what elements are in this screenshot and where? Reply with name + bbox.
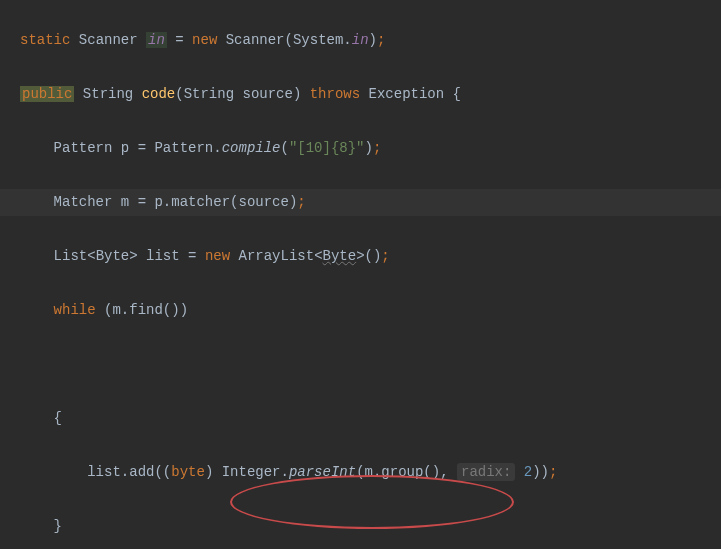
code-line-highlighted: Matcher m = p.matcher(source); [0,189,721,216]
param-hint-radix: radix: [457,463,515,481]
code-line: List<Byte> list = new ArrayList<Byte>(); [20,243,721,270]
code-line: list.add((byte) Integer.parseInt(m.group… [20,459,721,486]
code-line: { [20,405,721,432]
code-line: while (m.find()) [20,297,721,324]
code-line: public String code(String source) throws… [20,81,721,108]
code-line: static Scanner in = new Scanner(System.i… [20,27,721,54]
field-in: in [146,32,167,48]
code-line [20,351,721,378]
code-editor[interactable]: static Scanner in = new Scanner(System.i… [0,0,721,549]
code-line: Pattern p = Pattern.compile("[10]{8}"); [20,135,721,162]
code-line: } [20,513,721,540]
